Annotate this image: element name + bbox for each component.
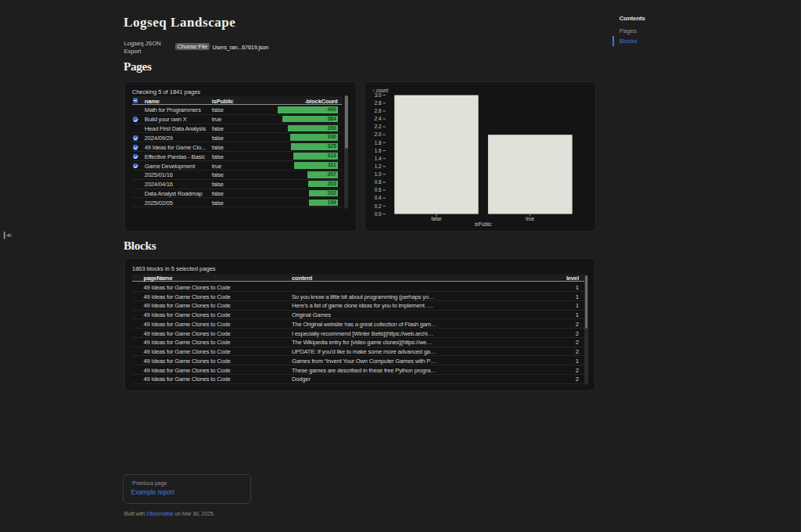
svg-text:true: true xyxy=(526,216,534,221)
svg-text:0.0: 0.0 xyxy=(375,211,382,217)
svg-text:2.4: 2.4 xyxy=(375,116,382,121)
svg-text:0.4: 0.4 xyxy=(375,195,382,200)
svg-text:0.8: 0.8 xyxy=(375,179,382,185)
svg-text:0.2: 0.2 xyxy=(375,203,382,209)
svg-text:isPublic: isPublic xyxy=(475,221,492,227)
svg-text:0.6: 0.6 xyxy=(375,187,382,192)
svg-text:false: false xyxy=(431,216,442,221)
svg-text:1.6: 1.6 xyxy=(375,148,382,153)
svg-text:2.6: 2.6 xyxy=(375,108,382,113)
svg-text:1.4: 1.4 xyxy=(375,156,382,161)
svg-text:1.0: 1.0 xyxy=(375,171,382,177)
svg-text:2.8: 2.8 xyxy=(375,100,382,106)
svg-text:3.0: 3.0 xyxy=(375,92,382,98)
svg-text:1.2: 1.2 xyxy=(375,164,382,169)
svg-text:2.2: 2.2 xyxy=(375,124,382,129)
svg-text:2.0: 2.0 xyxy=(375,131,382,137)
svg-text:1.8: 1.8 xyxy=(375,140,382,146)
